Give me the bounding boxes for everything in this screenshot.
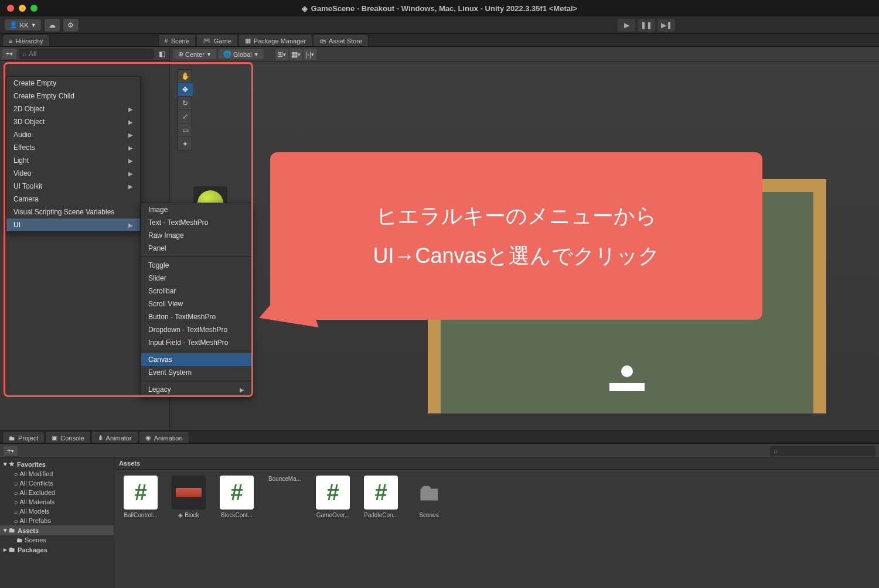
menu-item-3d-object[interactable]: 3D Object▶ <box>6 115 140 128</box>
favorite-all-excluded[interactable]: ⌕ All Excluded <box>0 488 114 497</box>
menu-item-create-empty[interactable]: Create Empty <box>6 77 140 90</box>
menu-item-audio[interactable]: Audio▶ <box>6 128 140 141</box>
scale-tool-icon[interactable]: ⤢ <box>178 110 193 124</box>
tab-console[interactable]: ▣Console <box>45 431 90 443</box>
unity-logo-icon: ◈ <box>302 4 308 13</box>
submenu-item-raw-image[interactable]: Raw Image <box>141 229 251 242</box>
hierarchy-toolbar: +▾ ⌕ All ◧ <box>0 47 169 61</box>
submenu-item-panel[interactable]: Panel <box>141 242 251 255</box>
chevron-down-icon: ▼ <box>31 22 36 28</box>
hand-tool-icon[interactable]: ✋ <box>178 70 193 83</box>
tree-item-scenes[interactable]: 🖿 Scenes <box>0 535 114 545</box>
tab-asset-store[interactable]: 🛍Asset Store <box>313 35 369 46</box>
asset-block[interactable]: ◈ Block <box>168 476 209 518</box>
snap-group: ⊞▾ ▦▾ |◦|▾ <box>275 49 316 60</box>
project-add-button[interactable]: +▾ <box>4 446 18 456</box>
menu-item-camera[interactable]: Camera <box>6 193 140 206</box>
tab-row: ≡Hierarchy #Scene 🎮Game ▦Package Manager… <box>0 34 879 47</box>
favorite-all-modified[interactable]: ⌕ All Modified <box>0 469 114 478</box>
project-body: ▾ ★ Favorites ⌕ All Modified⌕ All Confli… <box>0 458 879 588</box>
asset-paddlecon-[interactable]: #PaddleCon... <box>360 476 401 518</box>
project-panel: 🖿Project ▣Console ⋔Animator ◉Animation +… <box>0 430 879 588</box>
snap-settings-icon[interactable]: |◦|▾ <box>304 49 316 60</box>
asset-scenes[interactable]: 🖿Scenes <box>408 476 449 518</box>
username-label: KK <box>20 22 29 29</box>
content-header: Assets <box>114 458 879 470</box>
cloud-button[interactable]: ☁ <box>45 19 60 32</box>
project-search[interactable]: ⌕ <box>770 446 875 456</box>
user-icon: 👤 <box>9 21 18 29</box>
minimize-icon[interactable] <box>19 5 26 12</box>
assets-header[interactable]: ▾ 🖿 Assets <box>0 525 114 535</box>
project-tab-row: 🖿Project ▣Console ⋔Animator ◉Animation <box>0 431 879 444</box>
favorites-header[interactable]: ▾ ★ Favorites <box>0 459 114 469</box>
play-controls: ▶ ❚❚ ▶❚ <box>618 19 675 32</box>
favorite-all-conflicts[interactable]: ⌕ All Conflicts <box>0 478 114 488</box>
menu-item-create-empty-child[interactable]: Create Empty Child <box>6 90 140 102</box>
tab-scene[interactable]: #Scene <box>158 35 196 46</box>
favorite-all-materials[interactable]: ⌕ All Materials <box>0 497 114 507</box>
tab-game[interactable]: 🎮Game <box>196 34 238 46</box>
account-toolbar: 👤 KK ▼ ☁ ⚙ ▶ ❚❚ ▶❚ <box>0 16 879 34</box>
pause-button[interactable]: ❚❚ <box>638 19 655 32</box>
submenu-item-text-textmeshpro[interactable]: Text - TextMeshPro <box>141 216 251 229</box>
rotate-tool-icon[interactable]: ↻ <box>178 97 193 110</box>
submenu-item-event-system[interactable]: Event System <box>141 366 251 379</box>
menu-item-2d-object[interactable]: 2D Object▶ <box>6 102 140 115</box>
context-menu-create: Create EmptyCreate Empty Child2D Object▶… <box>6 76 141 232</box>
menu-item-light[interactable]: Light▶ <box>6 154 140 167</box>
tab-animator[interactable]: ⋔Animator <box>91 431 138 443</box>
rect-tool-icon[interactable]: ▭ <box>178 124 193 137</box>
annotation-callout: ヒエラルキーのメニューから UI→Canvasと選んでクリック <box>270 152 762 320</box>
menu-item-effects[interactable]: Effects▶ <box>6 141 140 154</box>
menu-item-ui[interactable]: UI▶ <box>6 218 140 231</box>
callout-line2: UI→Canvasと選んでクリック <box>373 236 659 276</box>
tab-package-manager[interactable]: ▦Package Manager <box>239 34 312 46</box>
tab-project[interactable]: 🖿Project <box>2 432 45 443</box>
window-title: ◈ GameScene - Breakout - Windows, Mac, L… <box>302 4 577 13</box>
window-titlebar: ◈ GameScene - Breakout - Windows, Mac, L… <box>0 0 879 16</box>
transform-tool-icon[interactable]: ✦ <box>178 137 193 151</box>
tab-animation[interactable]: ◉Animation <box>139 431 189 443</box>
assets-grid: #BallControl...◈ Block#BlockCont...Bounc… <box>114 470 879 524</box>
favorite-all-models[interactable]: ⌕ All Models <box>0 507 114 516</box>
menu-item-ui-toolkit[interactable]: UI Toolkit▶ <box>6 180 140 193</box>
menu-item-visual-scripting-scene-variables[interactable]: Visual Scripting Scene Variables <box>6 206 140 218</box>
asset-gameover-[interactable]: #GameOver... <box>312 476 353 518</box>
ball-object <box>621 365 633 377</box>
asset-ballcontrol-[interactable]: #BallControl... <box>120 476 161 518</box>
space-dropdown[interactable]: 🌐Global▼ <box>219 49 264 59</box>
scene-toolbar: ⊕Center▼ 🌐Global▼ ⊞▾ ▦▾ |◦|▾ <box>170 47 879 62</box>
submenu-item-slider[interactable]: Slider <box>141 272 251 285</box>
settings-button[interactable]: ⚙ <box>63 19 79 32</box>
project-content: Assets #BallControl...◈ Block#BlockCont.… <box>114 458 879 588</box>
asset-bouncema-[interactable]: BounceMa... <box>264 476 305 518</box>
search-icon: ⌕ <box>22 50 26 58</box>
pivot-dropdown[interactable]: ⊕Center▼ <box>173 49 216 59</box>
favorite-all-prefabs[interactable]: ⌕ All Prefabs <box>0 516 114 525</box>
grid-snap-icon[interactable]: ⊞▾ <box>275 49 288 60</box>
play-button[interactable]: ▶ <box>618 19 635 32</box>
increment-snap-icon[interactable]: ▦▾ <box>289 49 302 60</box>
submenu-item-image[interactable]: Image <box>141 203 251 216</box>
step-button[interactable]: ▶❚ <box>657 19 675 32</box>
project-toolbar: +▾ ⌕ <box>0 444 879 458</box>
paddle-object <box>609 383 645 391</box>
packages-header[interactable]: ▸ 🖿 Packages <box>0 545 114 555</box>
hierarchy-search[interactable]: ⌕ All <box>19 49 154 59</box>
submenu-item-toggle[interactable]: Toggle <box>141 259 251 272</box>
maximize-icon[interactable] <box>30 5 38 12</box>
move-tool-icon[interactable]: ✥ <box>178 83 193 97</box>
project-tree: ▾ ★ Favorites ⌕ All Modified⌕ All Confli… <box>0 458 114 588</box>
close-icon[interactable] <box>7 5 14 12</box>
filter-icon[interactable]: ◧ <box>156 50 167 58</box>
tab-hierarchy[interactable]: ≡Hierarchy <box>2 35 50 46</box>
account-button[interactable]: 👤 KK ▼ <box>5 19 41 30</box>
asset-blockcont-[interactable]: #BlockCont... <box>216 476 257 518</box>
search-icon: ⌕ <box>774 447 778 455</box>
submenu-item-canvas[interactable]: Canvas <box>141 353 251 366</box>
submenu-item-legacy[interactable]: Legacy▶ <box>141 383 251 396</box>
add-button[interactable]: +▾ <box>2 49 16 59</box>
menu-item-video[interactable]: Video▶ <box>6 167 140 180</box>
tool-palette: ✋ ✥ ↻ ⤢ ▭ ✦ <box>177 69 192 151</box>
